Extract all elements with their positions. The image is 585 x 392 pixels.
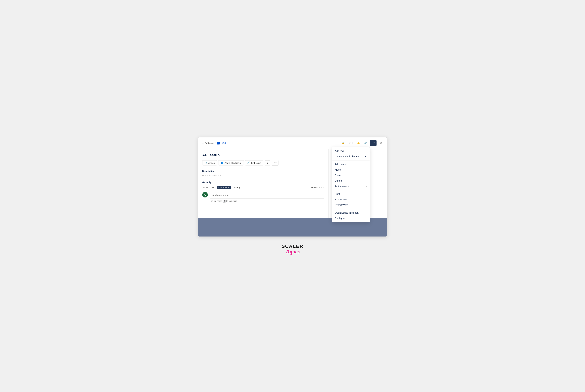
dropdown-item-export-xml[interactable]: Export XML [332,197,370,202]
delete-label: Delete [335,180,342,182]
submenu-indicator [366,186,367,187]
share-button[interactable]: 🔗 [363,141,368,145]
pro-tip: Pro tip: press M to comment [210,200,324,202]
dropdown-item-slack[interactable]: Connect Slack channel ▲ [332,154,370,159]
close-button[interactable]: ✕ [378,140,383,146]
watch-count: 1 [352,142,353,144]
sort-icon: ↕ [323,186,324,189]
comment-row: JO [202,192,324,198]
action-more-button[interactable]: ••• [272,160,278,166]
add-flag-label: Add flag [335,150,344,152]
export-word-label: Export Word [335,204,348,206]
header-actions: 🔒 👁 1 👍 🔗 ••• ✕ [341,140,383,146]
dropdown-item-open-sidebar[interactable]: Open issues in sidebar [332,210,370,216]
action-bar: 📎 Attach 👥 Add a child issue 🔗 Link issu… [202,160,324,166]
child-icon: 👥 [220,162,224,164]
lock-button[interactable]: 🔒 [341,141,346,145]
export-xml-label: Export XML [335,198,348,201]
move-label: Move [335,168,341,171]
branding: SCALER Topics [282,244,304,255]
pencil-icon: ✏ [202,142,204,144]
main-panel: API setup 📎 Attach 👥 Add a child issue 🔗… [198,149,328,218]
issue-title: API setup [202,153,324,158]
configure-label: Configure [335,217,346,220]
collapse-chevron-icon: ▲ [364,155,367,158]
chevron-down-icon: ▾ [267,162,268,164]
description-label: Description [202,170,324,172]
dropdown-menu: Add flag Connect Slack channel ▲ Add par… [332,147,370,222]
close-icon: ✕ [379,141,382,145]
paperclip-icon: 📎 [204,162,208,164]
dropdown-item-export-word[interactable]: Export Word [332,202,370,208]
breadcrumb: ✏ Add epic / TW-3 [202,142,226,144]
breadcrumb-ticket[interactable]: TW-3 [217,142,226,144]
connect-slack-label: Connect Slack channel [335,155,360,158]
sort-label: Newest first [311,186,322,189]
comment-input[interactable] [210,192,324,198]
link-icon: 🔗 [247,162,250,164]
actions-menu-label: Actions menu [335,185,350,188]
dropdown-expand-button[interactable]: ▾ [265,160,270,166]
watch-button[interactable]: 👁 1 [348,141,354,145]
dropdown-item-print[interactable]: Print [332,191,370,197]
dropdown-item-move[interactable]: Move [332,167,370,172]
ellipsis-icon: ••• [274,161,276,164]
avatar: JO [202,192,208,198]
dropdown-item-add-flag[interactable]: Add flag [332,148,370,154]
add-child-issue-button[interactable]: 👥 Add a child issue [218,160,244,166]
dropdown-item-add-parent[interactable]: Add parent [332,162,370,167]
activity-show: Show: All Comments History Newest first … [202,186,324,189]
open-sidebar-label: Open issues in sidebar [335,212,359,214]
filter-comments[interactable]: Comments [217,186,231,189]
breadcrumb-epic-label: Add epic [205,142,214,144]
brand-topics: Topics [282,248,304,255]
more-icon: ••• [372,141,375,145]
eye-icon: 👁 [349,142,351,144]
link-issue-label: Link issue [251,162,261,164]
divider-3 [332,209,370,209]
lock-icon: 🔒 [342,142,344,144]
dropdown-item-configure[interactable]: Configure [332,216,370,221]
dropdown-item-clone[interactable]: Clone [332,172,370,178]
activity-section: Activity Show: All Comments History Newe… [202,180,324,202]
activity-title: Activity [202,180,324,184]
keyboard-shortcut: M [222,200,226,202]
link-issue-button[interactable]: 🔗 Link issue [245,160,264,166]
more-options-button[interactable]: ••• [370,140,376,146]
like-button[interactable]: 👍 [356,141,361,145]
filter-group: All Comments History [210,186,242,189]
sort-selector[interactable]: Newest first ↕ [311,186,324,189]
ticket-id: TW-3 [220,142,226,144]
divider-2 [332,190,370,190]
add-parent-label: Add parent [335,163,347,166]
clone-label: Clone [335,174,341,177]
divider-1 [332,160,370,160]
ticket-icon [217,142,220,144]
description-placeholder[interactable]: Add a description... [202,174,324,176]
breadcrumb-epic[interactable]: ✏ Add epic [202,142,214,144]
filter-history[interactable]: History [232,186,242,189]
dropdown-item-delete[interactable]: Delete [332,178,370,184]
thumbsup-icon: 👍 [357,142,360,144]
attach-label: Attach [208,162,215,164]
print-label: Print [335,193,340,196]
modal-container: ✏ Add epic / TW-3 🔒 👁 1 👍 🔗 [198,137,387,237]
add-child-label: Add a child issue [224,162,241,164]
share-icon: 🔗 [364,142,367,144]
attach-button[interactable]: 📎 Attach [202,160,217,166]
breadcrumb-separator: / [215,142,216,144]
filter-all[interactable]: All [210,186,216,189]
dropdown-item-actions-menu[interactable]: Actions menu [332,184,370,189]
show-label: Show: [202,186,208,189]
